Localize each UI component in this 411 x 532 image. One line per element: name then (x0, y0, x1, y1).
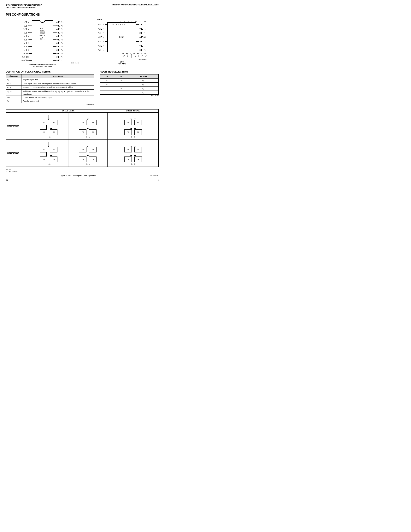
pin-13: 13OE (53, 59, 65, 62)
table-row: Yn Register output port. (6, 99, 94, 103)
col-description: Description (21, 75, 94, 78)
lcc-diagram: INDEX D0 I1 I0 NC S0 S1 4 3 2 1 28 (85, 18, 159, 67)
col-pin-names: Pin Names (6, 75, 21, 78)
box-a1-i1: A1 (79, 120, 86, 125)
col-register: Register (128, 75, 159, 78)
box-a2: A2 (40, 129, 47, 135)
dip-package-container: I01 I12 D03 D14 D25 D36 D47 D58 D69 D710… (20, 20, 65, 62)
block-521-i0: A1 B1 A2 B2 I = 0 (108, 140, 159, 167)
box-521-a2-i1: A2 (79, 156, 86, 162)
pin-2: I12 (20, 24, 32, 27)
dip-right-pins: 24VCC 23S0 22S1 21Y0 20Y1 19Y2 18Y3 17Y4… (53, 20, 65, 62)
block-520-i1: A1 B1 A2 B2 I = 1 (68, 113, 108, 140)
block-520-i2: A1 B1 A2 B2 I = 2 (29, 113, 68, 140)
box-a1-i0: A1 (124, 120, 132, 125)
col-s1: S1 (100, 75, 114, 78)
reg-selection-note: 2619 tbl 02 (100, 95, 159, 97)
note-section: NOTE: 1. I = 3 for hold. (6, 169, 159, 172)
lcc-pin-d2: D2 6 (97, 27, 107, 31)
pin-7: D47 (20, 41, 32, 45)
box-b1: B1 (50, 120, 57, 125)
box-b1-i1: B1 (89, 120, 96, 125)
func-terms-table: Pin Names Description Dn Register input … (6, 74, 94, 103)
pin-16: 16Y5 (53, 48, 65, 52)
dip-drw: 2619 drw 02 (71, 62, 79, 64)
desc-dn: Register input Port. (21, 78, 94, 82)
page-num-left: 6.2 (6, 179, 8, 181)
block-header-empty (6, 110, 29, 112)
box-521-b1-i1: B1 (89, 147, 96, 152)
lcc-pin-y2: 23 Y2 (136, 31, 147, 35)
block-diagram-section: DUAL 2-LEVEL SINGLE 4-LEVEL IDT29FCT520T… (6, 109, 159, 167)
box-521-b2: B2 (50, 156, 57, 162)
block-520-i0: A1 B1 A2 B2 I = 0 (108, 113, 159, 140)
pin-22: 22S1 (53, 27, 65, 31)
pin-diagrams-container: I01 I12 D03 D14 D25 D36 D47 D58 D69 D710… (6, 18, 159, 67)
reg-selection-title: REGISTER SELECTION (100, 70, 159, 73)
pin-name-oe: OE (6, 95, 21, 99)
pin-14: 14Y7 (53, 55, 65, 59)
dip-notch (40, 20, 45, 23)
lcc-middle-row: D1 5 D2 6 D3 7 (97, 22, 147, 52)
page-footer: 6.2 2 (6, 178, 159, 181)
box-521-a1-i0: A1 (124, 147, 132, 152)
pin-12: GND12 (20, 59, 32, 62)
lcc-body: L28-1 (107, 22, 136, 52)
dip-package-label: DIP/SOIC/SSOP/QSOP/CERPACK *FCT520 only … (29, 64, 56, 67)
pin-6: D36 (20, 38, 32, 41)
desc-yn: Register output port. (21, 99, 94, 103)
block-header-row: DUAL 2-LEVEL SINGLE 4-LEVEL (6, 110, 159, 112)
table-row: 1 0 A2 (100, 86, 159, 91)
pin-8: D58 (20, 45, 32, 48)
desc-oe: Output enable for 3-state output port. (21, 95, 94, 99)
header-right: MILITARY AND COMMERCIAL TEMPERATURE RANG… (112, 4, 159, 9)
lcc-pin-y5: 19 Y5 (136, 48, 147, 52)
pin-name-yn: Yn (6, 99, 21, 103)
col-s0: S0 (114, 75, 128, 78)
pin-4: D14 (20, 31, 32, 34)
table-row: OE Output enable for 3-state output port… (6, 95, 94, 99)
table-row: I0, I1 Instruction inputs. See Figure 1 … (6, 85, 94, 89)
index-label: INDEX (97, 18, 102, 20)
pin-name-i0i1: I0, I1 (6, 85, 21, 89)
desc-s0s1: Multiplexer select. Inputs either regist… (21, 89, 94, 95)
block-520-single-area: A1 B1 A2 B2 I = 0 (108, 113, 159, 140)
box-b1-i0: B1 (134, 120, 142, 125)
pin-config-title: PIN CONFIGURATIONS (6, 13, 159, 17)
box-a1: A1 (40, 120, 47, 125)
dip-body: P24-1 D24-1 SO24-2 SO24-7 SO24-8* & E24-… (32, 20, 53, 62)
block-header-single: SINGLE 4-LEVEL (107, 110, 159, 112)
pin-19: 19Y2 (53, 38, 65, 41)
pin-21: 21Y0 (53, 31, 65, 34)
pin-5: D25 (20, 34, 32, 38)
box-b2-i1: B2 (89, 129, 96, 135)
lcc-pin-y3: 21 Y3 (136, 39, 147, 44)
reg-selection-table: S1 S0 Register 0 0 B2 0 1 B1 1 0 (100, 74, 159, 95)
box-b2-i0: B2 (134, 129, 142, 135)
box-b2: B2 (50, 129, 57, 135)
lcc-pin-d3: D3 7 (97, 31, 107, 35)
pin-name-clk: CLK (6, 82, 21, 85)
page-header: IDT29FCT520AT/BT/CT/DT, 521AT/BT/CT/DT M… (6, 4, 159, 10)
block-521-single-area: A1 B1 A2 B2 I = 0 (108, 140, 159, 167)
pin-name-s0s1: S0, S1 (6, 89, 21, 95)
table-row: Dn Register input Port. (6, 78, 94, 82)
lcc-package: 4 3 2 1 28 27 26 D1 5 (97, 20, 147, 60)
pin-20: 20Y1 (53, 34, 65, 38)
lcc-bottom-numbers: 12 13 14 15 16 17 18 (97, 52, 147, 54)
lcc-pin-d6: D6 11 (97, 48, 107, 52)
block-520-dual-area: A1 B1 A2 B2 I = 2 A1 (29, 113, 108, 140)
pin-15: 15Y6 (53, 52, 65, 55)
lcc-pin-y0: 25 Y0 (136, 22, 147, 27)
lcc-labels: LCC TOP VIEW (118, 61, 126, 65)
pin-17: 17Y4 (53, 45, 65, 48)
lcc-pin-d5: D5 10 (97, 44, 107, 48)
pin-10: D710 (20, 52, 32, 55)
header-left: IDT29FCT520AT/BT/CT/DT, 521AT/BT/CT/DT M… (6, 4, 42, 9)
dip-diagram: I01 I12 D03 D14 D25 D36 D47 D58 D69 D710… (6, 18, 79, 67)
table-row: S0, S1 Multiplexer select. Inputs either… (6, 89, 94, 95)
page-num-right: 2 (158, 179, 159, 181)
lcc-top-numbers: 4 3 2 1 28 27 26 (97, 20, 147, 22)
pin-18: 18Y3 (53, 41, 65, 45)
reg-selection-section: REGISTER SELECTION S1 S0 Register 0 0 B2… (100, 70, 159, 105)
